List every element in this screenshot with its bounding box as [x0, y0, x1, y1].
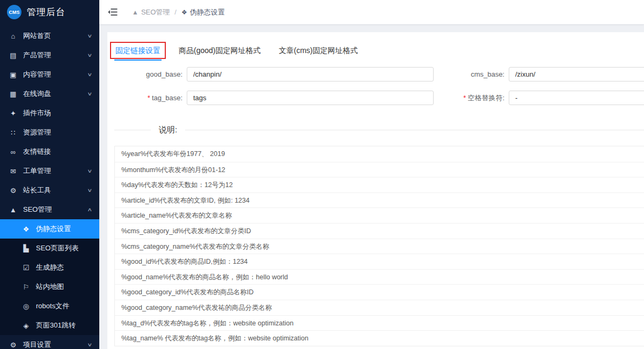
chevron-down-icon: ∨ [87, 91, 93, 96]
webmaster-tools-icon: ⚙ [9, 187, 18, 195]
cms-base-label: cms_base: [434, 70, 509, 78]
note-item: %year%代表发布年份1977、 2019 [115, 146, 644, 162]
sidebar-item-friend-links[interactable]: ∞ 友情链接 [0, 142, 99, 161]
products-icon: ▤ [9, 51, 18, 60]
sidebar-item-robots[interactable]: ◎ robots文件 [0, 296, 99, 316]
sidebar-item-label: 资源管理 [23, 128, 51, 137]
sidebar-item-generate-static[interactable]: ☑ 生成静态 [0, 258, 99, 277]
top-header: ▲ SEO管理 / ❖ 伪静态设置 [99, 0, 644, 24]
chevron-down-icon: ∨ [87, 53, 93, 58]
note-item: %good_category_id%代表发布的商品名称ID [115, 284, 644, 300]
sidebar-item-label: 工单管理 [23, 166, 51, 176]
inquiry-icon: ▦ [9, 90, 18, 98]
content-icon: ▣ [9, 71, 18, 79]
sidebar-item-label: SEO页面列表 [36, 243, 78, 253]
breadcrumb-separator: / [174, 8, 177, 16]
sidebar-item-label: 页面301跳转 [36, 321, 76, 330]
sidebar-item-label: 站长工具 [23, 185, 51, 195]
active-tab-ink-bar [114, 60, 162, 61]
cms-logo-icon: CMS [7, 5, 21, 19]
content-background: 固定链接设置 商品(good)固定网址格式 文章(cms)固定网址格式 good… [99, 24, 644, 349]
sidebar-item-resources[interactable]: ∷ 资源管理 [0, 123, 99, 142]
placeholder-notes-list: %year%代表发布年份1977、 2019 %monthum%代表发布的月份0… [114, 146, 644, 346]
sidebar-item-workorders[interactable]: ✉ 工单管理 ∨ [0, 161, 99, 181]
note-item: %cms_category_name%代表发布的文章分类名称 [115, 239, 644, 254]
form-row: good_base: cms_base: [114, 67, 644, 81]
sidebar-item-seo-pages[interactable]: ▙ SEO页面列表 [0, 239, 99, 258]
sidebar-item-home[interactable]: ⌂ 网站首页 ∨ [0, 26, 99, 46]
sidebar-item-pseudo-static[interactable]: ❖ 伪静态设置 [0, 219, 99, 239]
sidebar-item-sitemap[interactable]: ⚐ 站内地图 [0, 277, 99, 296]
space-replacer-input[interactable] [509, 91, 644, 105]
sidebar-item-label: 产品管理 [23, 50, 51, 60]
breadcrumb-current-label: 伪静态设置 [190, 8, 225, 17]
sidebar-item-label: 网站首页 [23, 31, 51, 41]
sidebar-item-seo[interactable]: ▲ SEO管理 ∧ [0, 200, 99, 219]
chevron-down-icon: ∨ [87, 188, 93, 193]
tab-good-url-format[interactable]: 商品(good)固定网址格式 [179, 44, 260, 61]
good-base-label: good_base: [114, 70, 187, 78]
note-item: %tag_name% 代表发布的tag名称，例如：website optimiz… [115, 330, 644, 346]
resources-icon: ∷ [9, 129, 18, 137]
tab-bar: 固定链接设置 商品(good)固定网址格式 文章(cms)固定网址格式 [115, 44, 644, 61]
note-item: %cms_category_id%代表发布的文章分类ID [115, 223, 644, 239]
tab-label: 商品(good)固定网址格式 [179, 46, 260, 55]
sidebar-item-label: robots文件 [36, 301, 69, 311]
sidebar-item-label: 内容管理 [23, 70, 51, 79]
app-window: CMS 管理后台 ⌂ 网站首页 ∨ ▤ 产品管理 ∨ ▣ 内容管理 ∨ ▦ 在线… [0, 0, 644, 349]
chevron-down-icon: ∨ [87, 72, 93, 77]
divider-line [185, 130, 644, 130]
sidebar-item-label: 伪静态设置 [36, 224, 71, 234]
note-item: %good_category_name%代表发祐的商品分类名称 [115, 300, 644, 315]
link-icon: ∞ [9, 148, 18, 156]
seo-icon: ▲ [132, 9, 138, 16]
sidebar-item-webmaster-tools[interactable]: ⚙ 站长工具 ∨ [0, 181, 99, 200]
space-replacer-label-text: 空格替换符: [467, 94, 504, 102]
sidebar-item-label: 插件市场 [23, 108, 51, 118]
breadcrumb: ▲ SEO管理 / ❖ 伪静态设置 [132, 8, 225, 17]
note-item: %article_id%代表发布的文章ID, 例如: 1234 [115, 192, 644, 208]
seo-pages-icon: ▙ [21, 244, 31, 253]
note-item: %article_name%代表发布的文章名称 [115, 207, 644, 223]
notes-divider: 说明: [114, 125, 644, 135]
robots-icon: ◎ [21, 302, 31, 310]
sidebar: CMS 管理后台 ⌂ 网站首页 ∨ ▤ 产品管理 ∨ ▣ 内容管理 ∨ ▦ 在线… [0, 0, 99, 349]
workorder-icon: ✉ [9, 167, 18, 175]
breadcrumb-section-label: SEO管理 [141, 8, 170, 17]
tab-label: 固定链接设置 [115, 46, 160, 55]
note-item: %tag_d%代表发布的tag名称，例如：website optimizatio… [115, 315, 644, 331]
app-title: 管理后台 [27, 6, 65, 18]
settings-gear-icon: ⚙ [9, 341, 18, 349]
pseudo-static-icon: ❖ [181, 9, 187, 16]
tag-base-label: *tag_base: [114, 94, 187, 102]
sidebar-item-label: 生成静态 [36, 263, 64, 272]
tag-base-input[interactable] [187, 91, 434, 105]
good-base-input[interactable] [187, 67, 434, 81]
tag-base-label-text: tag_base: [152, 94, 182, 102]
sidebar-item-inquiry[interactable]: ▦ 在线询盘 ∨ [0, 84, 99, 103]
chevron-up-icon: ∧ [87, 207, 93, 212]
sidebar-item-plugin-market[interactable]: ✦ 插件市场 [0, 103, 99, 123]
sidebar-item-content[interactable]: ▣ 内容管理 ∨ [0, 65, 99, 84]
sidebar-item-products[interactable]: ▤ 产品管理 ∨ [0, 46, 99, 65]
form-row: *tag_base: *空格替换符: [114, 91, 644, 105]
chevron-down-icon: ∨ [87, 168, 93, 174]
sidebar-item-301-redirect[interactable]: ◈ 页面301跳转 [0, 316, 99, 335]
plugin-market-icon: ✦ [9, 109, 18, 117]
breadcrumb-section[interactable]: ▲ SEO管理 [132, 8, 170, 17]
menu-fold-icon[interactable] [108, 8, 118, 16]
tab-permalink-settings[interactable]: 固定链接设置 [115, 44, 160, 61]
chevron-down-icon: ∨ [87, 33, 93, 39]
note-item: %good_name%代表发布的商品名称，例如：hello world [115, 269, 644, 285]
sidebar-item-label: 站内地图 [36, 282, 64, 292]
space-replacer-label: *空格替换符: [434, 93, 509, 103]
tab-label: 文章(cms)固定网址格式 [279, 46, 357, 55]
note-item: %day%代表发布的天数如：12号为12 [115, 177, 644, 192]
sidebar-item-project-settings[interactable]: ⚙ 项目设置 ∨ [0, 335, 99, 349]
pseudo-static-icon: ❖ [21, 225, 31, 233]
sidebar-item-label: SEO管理 [23, 205, 52, 214]
seo-submenu: ❖ 伪静态设置 ▙ SEO页面列表 ☑ 生成静态 ⚐ 站内地图 ◎ robo [0, 219, 99, 335]
tab-cms-url-format[interactable]: 文章(cms)固定网址格式 [279, 44, 357, 61]
chevron-down-icon: ∨ [87, 342, 93, 347]
cms-base-input[interactable] [509, 67, 644, 81]
